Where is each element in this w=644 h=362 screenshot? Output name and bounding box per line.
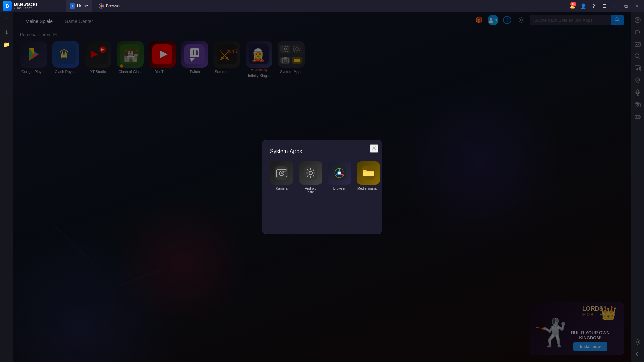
svg-rect-76 xyxy=(637,90,639,93)
svg-point-75 xyxy=(637,79,638,80)
svg-rect-66 xyxy=(635,42,640,46)
svg-point-3 xyxy=(100,5,103,7)
modal-close-button[interactable]: ✕ xyxy=(370,144,378,153)
main-content: Meine Spiele Game Center 🎁 ▼ ? xyxy=(13,12,631,362)
audio-icon xyxy=(634,89,641,96)
right-icon-8[interactable] xyxy=(632,99,643,110)
svg-point-85 xyxy=(638,116,639,117)
sidebar-right xyxy=(631,12,644,362)
right-icon-settings[interactable] xyxy=(632,337,643,347)
right-icon-2[interactable] xyxy=(632,27,643,38)
android-settings-svg xyxy=(304,166,317,180)
svg-point-46 xyxy=(281,172,283,174)
folder-svg-icon xyxy=(362,166,375,180)
gamepad-icon xyxy=(634,113,641,120)
svg-point-4 xyxy=(101,5,102,7)
home-tab-icon: H xyxy=(70,3,75,9)
modal-apps-grid: Kamera Android Einste... xyxy=(270,161,374,194)
search-right-icon xyxy=(634,53,641,60)
svg-point-57 xyxy=(338,172,341,174)
svg-line-69 xyxy=(639,57,640,59)
analytics-icon xyxy=(634,65,641,72)
browser-label: Browser xyxy=(328,187,351,190)
sidebar-left: ⇧ ⬇ 📁 xyxy=(0,12,13,362)
modal-app-kamera[interactable]: Kamera xyxy=(270,161,293,194)
svg-rect-59 xyxy=(363,172,374,176)
media-manager-icon xyxy=(357,161,380,185)
right-icon-5[interactable] xyxy=(632,63,643,74)
window-controls: 🔔 15 👤 ? ☰ ─ ⧉ ✕ xyxy=(568,1,641,11)
app-logo: B BlueStacks 4.280.1.1002 xyxy=(3,1,63,11)
menu-btn[interactable]: ☰ xyxy=(600,1,609,11)
close-btn[interactable]: ✕ xyxy=(632,1,641,11)
main-settings-icon xyxy=(634,339,641,345)
right-icon-6[interactable] xyxy=(632,75,643,86)
modal-overlay[interactable]: System-Apps ✕ xyxy=(13,12,631,362)
home-tab[interactable]: H Home xyxy=(66,0,92,12)
right-icon-back[interactable] xyxy=(632,349,643,359)
svg-rect-64 xyxy=(635,31,639,34)
notification-badge: 15 xyxy=(570,2,576,6)
kamera-label: Kamera xyxy=(270,187,293,190)
svg-point-68 xyxy=(635,54,639,58)
right-icon-9[interactable] xyxy=(632,111,643,122)
app-name: BlueStacks 4.280.1.1002 xyxy=(14,2,38,10)
home-tab-label: Home xyxy=(77,4,88,8)
modal-app-browser[interactable]: Browser xyxy=(328,161,351,194)
notification-btn[interactable]: 🔔 15 xyxy=(568,1,577,11)
location-icon xyxy=(634,77,641,84)
record-icon xyxy=(634,29,641,36)
camera-svg-icon xyxy=(275,166,288,180)
modal-app-media-manager[interactable]: Medienmana... xyxy=(357,161,380,194)
svg-rect-74 xyxy=(639,67,640,70)
chrome-svg-icon xyxy=(333,166,346,180)
right-icon-1[interactable] xyxy=(632,15,643,25)
restore-btn[interactable]: ⧉ xyxy=(621,1,631,11)
svg-point-48 xyxy=(284,171,286,172)
account-btn[interactable]: 👤 xyxy=(578,1,588,11)
svg-rect-72 xyxy=(636,69,637,70)
bluestacks-icon: B xyxy=(3,1,12,11)
android-settings-label: Android Einste... xyxy=(299,187,322,194)
svg-point-86 xyxy=(638,117,639,118)
right-icon-3[interactable] xyxy=(632,39,643,50)
kamera-icon xyxy=(270,161,293,185)
right-icon-7[interactable] xyxy=(632,87,643,98)
svg-rect-81 xyxy=(636,102,638,104)
browser-icon xyxy=(328,161,351,185)
main-area: ⇧ ⬇ 📁 Meine Spiele Game Center 🎁 xyxy=(0,12,644,362)
sidebar-share-icon[interactable]: ⇧ xyxy=(1,15,12,25)
back-icon xyxy=(634,351,641,357)
browser-tab[interactable]: Browser xyxy=(95,0,125,12)
svg-point-87 xyxy=(637,341,639,343)
sidebar-download-icon[interactable]: ⬇ xyxy=(1,27,12,38)
modal-app-android-settings[interactable]: Android Einste... xyxy=(299,161,322,194)
svg-point-80 xyxy=(637,104,639,106)
sidebar-folder-icon[interactable]: 📁 xyxy=(1,39,12,50)
modal-title: System-Apps xyxy=(270,148,374,155)
camera-right-icon xyxy=(634,101,641,108)
browser-tab-icon xyxy=(99,3,104,9)
photo-icon xyxy=(634,41,641,48)
share-icon xyxy=(634,17,641,23)
system-apps-modal: System-Apps ✕ xyxy=(262,140,382,234)
media-manager-label: Medienmana... xyxy=(357,187,380,190)
svg-rect-47 xyxy=(279,169,282,170)
svg-rect-73 xyxy=(637,68,638,70)
svg-point-2 xyxy=(99,4,104,8)
android-settings-icon xyxy=(299,161,322,185)
titlebar: B BlueStacks 4.280.1.1002 H Home Browser… xyxy=(0,0,644,12)
minimize-btn[interactable]: ─ xyxy=(610,1,620,11)
svg-text:H: H xyxy=(71,4,73,8)
browser-tab-label: Browser xyxy=(106,4,121,8)
help-btn[interactable]: ? xyxy=(589,1,598,11)
right-icon-4[interactable] xyxy=(632,51,643,62)
